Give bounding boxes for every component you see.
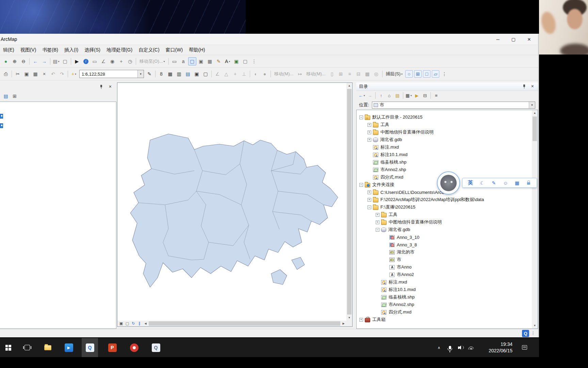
tree-item[interactable]: +工具: [357, 211, 538, 218]
tree-item[interactable]: −湖北省.gdb: [357, 226, 538, 233]
scroll-right-icon[interactable]: ▶: [341, 321, 346, 326]
cat-home[interactable]: ⌂: [386, 92, 393, 99]
cat-connect-folder[interactable]: ▤: [394, 92, 401, 99]
menu-item-1[interactable]: 视图(V): [17, 46, 39, 55]
scroll-thumb[interactable]: [347, 89, 352, 315]
editor-window[interactable]: ▢: [201, 70, 210, 78]
menu-item-6[interactable]: 自定义(C): [135, 46, 162, 55]
arcgis-quick-access-icon[interactable]: Q: [522, 330, 529, 337]
tree-item[interactable]: +F:\2022ArcMap培训\2022ArcMap培训ppt和数据\data: [357, 196, 538, 203]
add-layer[interactable]: ▤▾: [52, 57, 60, 65]
pin-icon[interactable]: [99, 84, 103, 90]
tree-item[interactable]: 标注.mxd: [357, 143, 538, 151]
media-app-button[interactable]: ▶: [61, 338, 77, 357]
delete[interactable]: ×: [40, 70, 48, 78]
fixed-zoom-out[interactable]: ⊖: [19, 57, 28, 65]
attribute-table[interactable]: ▦: [166, 70, 174, 78]
powerpoint-button[interactable]: P: [104, 338, 120, 357]
snap-vertex[interactable]: □: [423, 70, 430, 78]
distribute-tool[interactable]: ▦: [206, 57, 214, 65]
tree-item[interactable]: 临县核桃.shp: [357, 293, 538, 301]
map-vertical-scrollbar[interactable]: ▲ ▼: [346, 83, 352, 321]
move-increment-button[interactable]: 移动(M)...: [272, 70, 295, 78]
menu-item-8[interactable]: 帮助(H): [186, 46, 208, 55]
cat-options[interactable]: ≡: [432, 92, 440, 99]
scroll-thumb[interactable]: [149, 321, 340, 326]
expand-toggle-icon[interactable]: +: [359, 318, 363, 322]
tree-item[interactable]: 标注10.1.mxd: [357, 151, 538, 158]
toc-close-icon[interactable]: ×: [109, 84, 112, 89]
anno-tool-4[interactable]: ⊟: [355, 70, 363, 78]
create-features[interactable]: ▤: [184, 70, 192, 78]
menu-item-4[interactable]: 选择(S): [81, 46, 103, 55]
modify-4[interactable]: ⊥: [240, 70, 248, 78]
map-canvas[interactable]: [117, 83, 346, 321]
cat-forward[interactable]: →: [366, 92, 374, 99]
row2-overflow[interactable]: ⋮: [440, 70, 448, 78]
move-to-button[interactable]: 移动至(O)...▾: [137, 57, 167, 65]
tree-item[interactable]: 标注10.1.mxd: [357, 286, 538, 293]
tree-item[interactable]: 市: [357, 256, 538, 263]
menu-item-0[interactable]: 辑(E): [0, 46, 17, 55]
editor-pencil[interactable]: ✎: [145, 70, 153, 78]
identify[interactable]: i: [82, 57, 90, 65]
modify-2[interactable]: △: [222, 70, 230, 78]
map-scale-dropdown[interactable]: ▾: [137, 70, 144, 78]
redo[interactable]: ↷: [58, 70, 66, 78]
toc-by-drawing-order[interactable]: ▤: [2, 92, 10, 100]
scroll-up-icon[interactable]: ▲: [346, 83, 352, 89]
scroll-down-icon[interactable]: ▼: [346, 315, 352, 321]
scroll-up-icon[interactable]: ▲: [532, 110, 538, 116]
ime-emoji[interactable]: ☺: [503, 180, 509, 186]
cat-back[interactable]: ←▾: [358, 92, 365, 99]
search-app-button[interactable]: Q: [148, 338, 164, 357]
catalog-header[interactable]: 目录 ×: [356, 82, 538, 91]
expand-toggle-icon[interactable]: +: [368, 131, 371, 134]
map-view[interactable]: ▲ ▼ ▣▢↻∥ ◀ ▶: [117, 82, 353, 327]
cat-toggle-tree[interactable]: ⊟: [421, 92, 429, 99]
tree-item[interactable]: +工具箱: [357, 316, 538, 323]
action-center-icon[interactable]: [522, 345, 527, 350]
tree-item[interactable]: +中图地信抖音直播伴侣说明: [357, 128, 538, 136]
time-slider[interactable]: ◷: [126, 57, 134, 65]
pan-globe[interactable]: ●: [2, 57, 10, 65]
ime-lang-toggle[interactable]: 英: [467, 179, 474, 187]
fixed-zoom-in[interactable]: ⊕: [11, 57, 19, 65]
scroll-left-icon[interactable]: ◀: [143, 321, 148, 326]
menu-item-3[interactable]: 插入(I): [61, 46, 81, 55]
minimize-button[interactable]: ─: [490, 34, 506, 45]
location-dropdown[interactable]: ▾: [529, 102, 535, 108]
title-bar[interactable]: ArcMap ─ ▢ ×: [0, 34, 538, 45]
expand-toggle-icon[interactable]: +: [368, 138, 371, 142]
expand-toggle-icon[interactable]: +: [368, 198, 371, 202]
pin-icon[interactable]: [522, 84, 526, 89]
tree-item[interactable]: 临县核桃.shp: [357, 158, 538, 166]
arcmap-taskbar-button[interactable]: Q: [82, 338, 98, 357]
catalog-scrollbar[interactable]: ▲ ▼: [532, 110, 538, 328]
location-combo[interactable]: 市 ▾: [372, 102, 535, 109]
cat-up-one-level[interactable]: ↑: [377, 92, 385, 99]
tree-item[interactable]: +湖北省.gdb: [357, 136, 538, 143]
maximize-button[interactable]: ▢: [506, 34, 521, 45]
toc-by-source[interactable]: ⊞: [11, 92, 19, 100]
menu-item-5[interactable]: 地理处理(G): [103, 46, 135, 55]
new-dataframe[interactable]: ▢: [241, 57, 249, 65]
tree-item[interactable]: 市Anno: [357, 263, 538, 271]
add-data[interactable]: +▾: [70, 70, 78, 78]
snap-endpoint[interactable]: ⊞: [414, 70, 422, 78]
ime-handwriting[interactable]: ✎: [491, 180, 497, 186]
cat-launch[interactable]: ▶: [413, 92, 421, 99]
toc-clipped-layer-2[interactable]: [0, 123, 3, 128]
map-scale-combo[interactable]: 1:6,122,528 ▾: [79, 70, 144, 78]
tree-item[interactable]: 湖北的市: [357, 248, 538, 256]
expand-toggle-icon[interactable]: +: [368, 190, 371, 194]
modify-3[interactable]: +: [231, 70, 239, 78]
anno-tool-1[interactable]: ▯: [328, 70, 336, 78]
copy[interactable]: ▣: [22, 70, 31, 78]
refresh-view-button[interactable]: ↻: [130, 321, 136, 326]
cut[interactable]: ✂: [14, 70, 22, 78]
catalog-close-icon[interactable]: ×: [531, 84, 534, 89]
tree-item[interactable]: −默认工作目录 - 20220615: [357, 113, 538, 121]
snap-point[interactable]: ○: [405, 70, 413, 78]
task-view-button[interactable]: [19, 338, 35, 357]
